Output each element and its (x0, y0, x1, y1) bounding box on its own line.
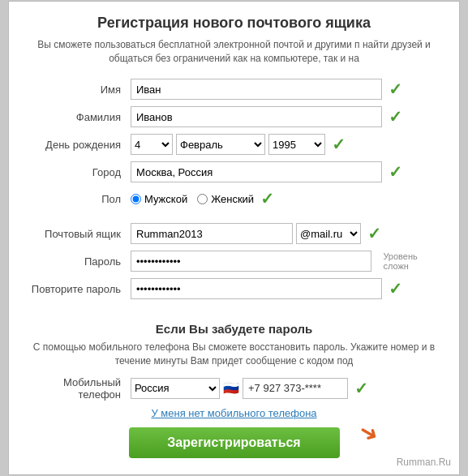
gender-label: Пол (25, 193, 131, 205)
confirm-password-input-area: ✓ (131, 278, 443, 299)
gender-female-label: Женский (211, 193, 254, 205)
phone-label: Мобильный телефон (25, 376, 131, 401)
name-input-area: ✓ (131, 79, 443, 100)
dob-day-select[interactable]: 4 (131, 134, 173, 155)
phone-row: Мобильный телефон Россия 🇷🇺 ✓ (25, 376, 443, 401)
recovery-text: С помощью мобильного телефона Вы сможете… (25, 341, 443, 368)
dob-year-select[interactable]: 1995 (268, 134, 325, 155)
surname-check: ✓ (389, 107, 402, 127)
watermark: Rumman.Ru (397, 457, 451, 468)
city-row: Город ✓ (25, 161, 443, 182)
page-title: Регистрация нового почтового ящика (25, 15, 443, 32)
gender-female-option: Женский (197, 193, 254, 205)
dob-input-area: 4 Февраль 1995 ✓ (131, 134, 443, 155)
gender-male-radio[interactable] (131, 194, 141, 204)
confirm-password-input[interactable] (131, 278, 382, 299)
email-domain-select[interactable]: @mail.ru (296, 223, 361, 244)
phone-country-select[interactable]: Россия (131, 378, 220, 399)
arrow-icon: ➜ (354, 416, 383, 448)
no-phone-link-area: У меня нет мобильного телефона (25, 407, 443, 419)
email-fields: @mail.ru (131, 223, 361, 244)
phone-check: ✓ (354, 379, 368, 398)
dob-check: ✓ (332, 135, 346, 154)
confirm-password-check: ✓ (389, 279, 402, 298)
no-phone-link[interactable]: У меня нет мобильного телефона (151, 407, 316, 419)
password-hint: Уровень сложн (383, 251, 443, 271)
surname-input[interactable] (131, 106, 382, 127)
gender-input-area: Мужской Женский ✓ (131, 189, 443, 208)
email-check: ✓ (367, 224, 381, 243)
name-label: Имя (25, 84, 131, 96)
email-row: Почтовый ящик @mail.ru ✓ (25, 223, 443, 244)
name-check: ✓ (389, 79, 402, 99)
surname-row: Фамилия ✓ (25, 106, 443, 127)
dob-month-select[interactable]: Февраль (176, 134, 265, 155)
password-row: Пароль Уровень сложн (25, 251, 443, 272)
name-row: Имя ✓ (25, 79, 443, 100)
phone-number-input[interactable] (243, 378, 348, 399)
city-input-area: ✓ (131, 161, 443, 182)
password-input[interactable] (131, 251, 371, 272)
page-subtitle: Вы сможете пользоваться бесплатной элект… (25, 38, 443, 66)
password-label: Пароль (25, 255, 131, 268)
surname-label: Фамилия (25, 111, 131, 123)
dob-row: День рождения 4 Февраль 1995 ✓ (25, 134, 443, 155)
city-label: Город (25, 166, 131, 178)
gender-male-option: Мужской (131, 193, 187, 205)
email-input[interactable] (131, 223, 293, 244)
gender-male-label: Мужской (144, 193, 187, 205)
gender-female-radio[interactable] (197, 194, 208, 204)
city-input[interactable] (131, 161, 382, 182)
password-input-area: Уровень сложн (131, 251, 443, 272)
recovery-title: Если Вы забудете пароль (25, 322, 443, 336)
russia-flag-icon: 🇷🇺 (223, 380, 239, 396)
gender-row: Пол Мужской Женский ✓ (25, 189, 443, 208)
email-label: Почтовый ящик (25, 228, 131, 240)
password-fields: Уровень сложн (131, 251, 443, 272)
dob-label: День рождения (25, 139, 131, 151)
confirm-password-row: Повторите пароль ✓ (25, 278, 443, 299)
phone-input-area: Россия 🇷🇺 ✓ (131, 378, 443, 399)
surname-input-area: ✓ (131, 106, 443, 127)
confirm-password-label: Повторите пароль (25, 283, 131, 295)
registration-form: Регистрация нового почтового ящика Вы см… (8, 1, 460, 474)
city-check: ✓ (389, 162, 402, 182)
email-input-area: @mail.ru ✓ (131, 223, 443, 244)
phone-fields: Россия 🇷🇺 (131, 378, 348, 399)
register-button[interactable]: Зарегистрироваться (129, 427, 340, 458)
dob-selects: 4 Февраль 1995 (131, 134, 325, 155)
gender-check: ✓ (260, 189, 274, 208)
register-button-area: Зарегистрироваться ➜ (25, 427, 443, 458)
name-input[interactable] (131, 79, 382, 100)
gender-options: Мужской Женский (131, 193, 254, 205)
